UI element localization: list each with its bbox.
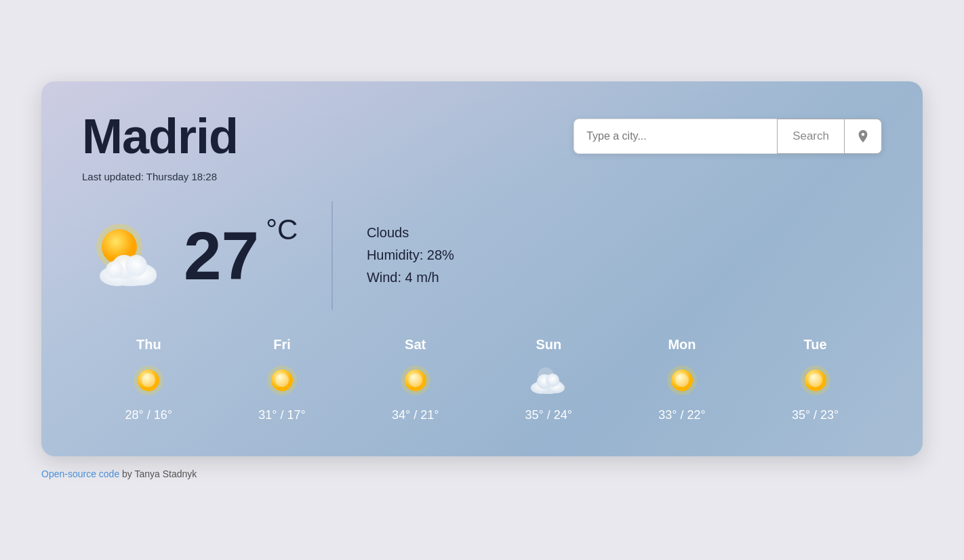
- location-button[interactable]: [844, 119, 882, 154]
- temperature-value: 27: [184, 222, 259, 289]
- condition-label: Clouds: [367, 225, 454, 241]
- weather-details: Clouds Humidity: 28% Wind: 4 m/h: [367, 225, 454, 285]
- forecast-temps-thu: 28° / 16°: [125, 408, 172, 422]
- forecast-day-fri: Fri 31° / 17°: [258, 337, 305, 422]
- svg-point-25: [675, 374, 689, 387]
- current-weather: 27 °C Clouds Humidity: 28% Wind: 4 m/h: [82, 201, 882, 310]
- footer: Open-source code by Tanya Stadnyk: [41, 468, 923, 479]
- forecast-icon-sun: [529, 361, 568, 400]
- svg-point-16: [409, 374, 422, 387]
- forecast-day-name: Tue: [804, 337, 827, 353]
- search-bar: Search: [574, 119, 882, 154]
- forecast-temps-mon: 33° / 22°: [658, 408, 705, 422]
- forecast-day-name: Sun: [536, 337, 561, 353]
- header-row: Madrid Search: [82, 108, 882, 164]
- forecast-day-name: Mon: [668, 337, 696, 353]
- current-weather-icon: [82, 218, 170, 293]
- forecast-day-sat: Sat 34° / 21°: [392, 337, 439, 422]
- forecast-icon-thu: [129, 361, 168, 400]
- forecast-row: Thu 28° / 16° Fri 31° / 17°: [82, 337, 882, 422]
- forecast-day-sun: Sun 35° / 24°: [525, 337, 572, 422]
- forecast-temps-fri: 31° / 17°: [258, 408, 305, 422]
- svg-point-10: [142, 374, 155, 387]
- divider: [332, 201, 333, 310]
- forecast-icon-tue: [796, 361, 835, 400]
- svg-point-7: [106, 261, 123, 279]
- forecast-day-tue: Tue 35° / 23°: [792, 337, 839, 422]
- search-button[interactable]: Search: [777, 119, 844, 154]
- search-input[interactable]: [574, 119, 777, 154]
- weather-card: Madrid Search Last updated: Thursday 18:…: [41, 81, 923, 456]
- humidity-label: Humidity: 28%: [367, 247, 454, 263]
- svg-point-22: [546, 374, 559, 387]
- city-name: Madrid: [82, 108, 238, 164]
- forecast-day-thu: Thu 28° / 16°: [125, 337, 172, 422]
- forecast-day-name: Fri: [273, 337, 291, 353]
- forecast-day-name: Sat: [405, 337, 426, 353]
- svg-point-13: [275, 374, 289, 387]
- location-icon: [856, 129, 870, 144]
- forecast-icon-mon: [662, 361, 702, 400]
- wind-label: Wind: 4 m/h: [367, 270, 454, 285]
- svg-point-6: [125, 255, 147, 277]
- last-updated: Last updated: Thursday 18:28: [82, 171, 882, 182]
- app-container: Madrid Search Last updated: Thursday 18:…: [41, 81, 923, 479]
- forecast-day-name: Thu: [136, 337, 161, 353]
- temperature-unit: °C: [266, 214, 298, 246]
- forecast-day-mon: Mon 33° / 22°: [658, 337, 705, 422]
- forecast-temps-sat: 34° / 21°: [392, 408, 439, 422]
- footer-by-text: by Tanya Stadnyk: [119, 468, 197, 479]
- svg-point-28: [809, 374, 822, 387]
- forecast-temps-tue: 35° / 23°: [792, 408, 839, 422]
- open-source-link[interactable]: Open-source code: [41, 468, 119, 479]
- forecast-icon-sat: [396, 361, 435, 400]
- forecast-icon-fri: [262, 361, 302, 400]
- forecast-temps-sun: 35° / 24°: [525, 408, 572, 422]
